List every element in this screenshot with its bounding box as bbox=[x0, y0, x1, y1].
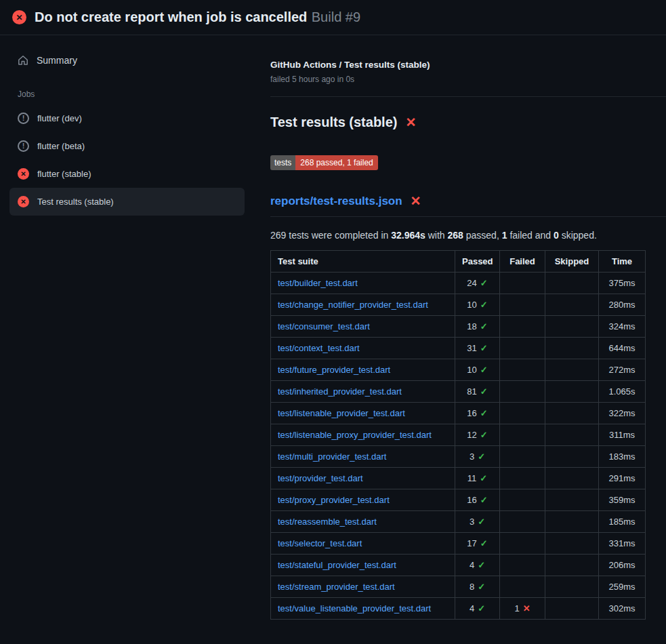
passed-count: 11 bbox=[467, 473, 477, 483]
failed-cell bbox=[500, 510, 545, 532]
failed-icon: ✕ bbox=[18, 196, 29, 207]
failed-cell bbox=[500, 402, 545, 424]
passed-count: 24 bbox=[467, 278, 476, 288]
check-icon: ✓ bbox=[480, 408, 488, 418]
test-suite-cell: test/future_provider_test.dart bbox=[271, 359, 455, 380]
test-suite-cell: test/proxy_provider_test.dart bbox=[271, 489, 455, 510]
sidebar-job-test-results-stable[interactable]: ✕Test results (stable) bbox=[9, 188, 245, 216]
sidebar-item-summary[interactable]: Summary bbox=[9, 49, 245, 72]
report-file-link[interactable]: reports/test-results.json bbox=[270, 195, 402, 208]
skipped-cell bbox=[545, 554, 599, 576]
passed-count: 3 bbox=[470, 451, 474, 462]
table-row: test/multi_provider_test.dart3✓183ms bbox=[271, 445, 646, 467]
passed-cell: 17✓ bbox=[455, 532, 500, 554]
test-suite-link[interactable]: test/value_listenable_provider_test.dart bbox=[278, 603, 431, 613]
test-suite-link[interactable]: test/proxy_provider_test.dart bbox=[278, 495, 390, 505]
section-title-text: Test results (stable) bbox=[270, 115, 397, 130]
passed-cell: 10✓ bbox=[455, 294, 500, 315]
column-header-passed: Passed bbox=[455, 250, 500, 272]
warning-icon: ! bbox=[18, 113, 29, 124]
divider bbox=[270, 96, 666, 97]
test-suite-cell: test/multi_provider_test.dart bbox=[271, 445, 455, 467]
test-suite-cell: test/listenable_proxy_provider_test.dart bbox=[271, 424, 455, 445]
failed-icon: ✕ bbox=[18, 168, 29, 180]
time-cell: 1.065s bbox=[599, 380, 646, 402]
check-icon: ✓ bbox=[480, 300, 488, 310]
summary-text-part: with bbox=[425, 230, 448, 241]
test-suite-cell: test/context_test.dart bbox=[271, 337, 455, 359]
test-suite-link[interactable]: test/stream_provider_test.dart bbox=[278, 582, 395, 592]
check-icon: ✓ bbox=[478, 560, 485, 570]
skipped-cell bbox=[545, 532, 599, 554]
time-cell: 291ms bbox=[599, 467, 646, 489]
table-row: test/inherited_provider_test.dart81✓1.06… bbox=[271, 380, 646, 402]
failed-cell bbox=[500, 337, 545, 359]
time-cell: 644ms bbox=[599, 337, 646, 359]
skipped-cell bbox=[545, 445, 599, 467]
table-row: test/reassemble_test.dart3✓185ms bbox=[271, 510, 646, 532]
test-suite-link[interactable]: test/reassemble_test.dart bbox=[278, 517, 377, 527]
failed-cell bbox=[500, 554, 545, 576]
failed-x-icon: ✕ bbox=[405, 116, 416, 129]
failed-cell bbox=[500, 359, 545, 380]
check-icon: ✓ bbox=[480, 495, 488, 505]
summary-text-part: skipped. bbox=[559, 230, 597, 241]
test-suite-link[interactable]: test/inherited_provider_test.dart bbox=[278, 386, 402, 397]
skipped-cell bbox=[545, 380, 599, 402]
test-suite-link[interactable]: test/multi_provider_test.dart bbox=[278, 451, 386, 462]
job-label: flutter (stable) bbox=[37, 169, 91, 179]
passed-count: 17 bbox=[467, 538, 476, 548]
job-list: !flutter (dev)!flutter (beta)✕flutter (s… bbox=[9, 104, 245, 216]
sidebar-job-flutter-dev[interactable]: !flutter (dev) bbox=[9, 104, 245, 132]
test-summary: 269 tests were completed in 32.964s with… bbox=[270, 230, 645, 241]
time-cell: 259ms bbox=[599, 576, 646, 597]
table-row: test/listenable_proxy_provider_test.dart… bbox=[271, 424, 646, 445]
table-body: test/builder_test.dart24✓375mstest/chang… bbox=[271, 272, 646, 619]
test-suite-cell: test/value_listenable_provider_test.dart bbox=[271, 597, 455, 619]
column-header-failed: Failed bbox=[500, 250, 545, 272]
sidebar-job-flutter-beta[interactable]: !flutter (beta) bbox=[9, 132, 245, 160]
badge-label: tests bbox=[270, 155, 295, 170]
x-icon: ✕ bbox=[523, 603, 530, 613]
skipped-cell bbox=[545, 294, 599, 315]
results-table: Test suitePassedFailedSkippedTime test/b… bbox=[270, 250, 646, 620]
test-suite-link[interactable]: test/future_provider_test.dart bbox=[278, 365, 390, 375]
home-icon bbox=[18, 55, 28, 66]
main-content: GitHub Actions / Test results (stable) f… bbox=[254, 35, 666, 620]
failed-cell bbox=[500, 380, 545, 402]
check-icon: ✓ bbox=[480, 343, 488, 353]
failed-cell bbox=[500, 294, 545, 315]
sidebar-job-flutter-stable[interactable]: ✕flutter (stable) bbox=[9, 160, 245, 188]
passed-count: 81 bbox=[467, 386, 476, 397]
test-suite-link[interactable]: test/provider_test.dart bbox=[278, 473, 363, 483]
check-icon: ✓ bbox=[480, 430, 488, 440]
table-row: test/context_test.dart31✓644ms bbox=[271, 337, 646, 359]
test-suite-link[interactable]: test/listenable_provider_test.dart bbox=[278, 408, 405, 418]
skipped-cell bbox=[545, 359, 599, 380]
badge-value: 268 passed, 1 failed bbox=[295, 155, 377, 170]
test-suite-link[interactable]: test/listenable_proxy_provider_test.dart bbox=[278, 430, 432, 440]
failed-cell bbox=[500, 489, 545, 510]
section-title: Test results (stable) ✕ bbox=[270, 115, 666, 130]
test-suite-link[interactable]: test/selector_test.dart bbox=[278, 538, 362, 548]
test-suite-link[interactable]: test/context_test.dart bbox=[278, 343, 360, 353]
failed-cell bbox=[500, 445, 545, 467]
test-suite-cell: test/inherited_provider_test.dart bbox=[271, 380, 455, 402]
check-icon: ✓ bbox=[480, 278, 488, 288]
job-label: flutter (beta) bbox=[37, 141, 85, 151]
failed-count: 1 bbox=[514, 603, 519, 613]
test-suite-link[interactable]: test/stateful_provider_test.dart bbox=[278, 560, 396, 570]
time-cell: 302ms bbox=[599, 597, 646, 619]
passed-count: 4 bbox=[470, 560, 474, 570]
time-cell: 311ms bbox=[599, 424, 646, 445]
test-suite-link[interactable]: test/builder_test.dart bbox=[278, 278, 358, 288]
test-suite-link[interactable]: test/change_notifier_provider_test.dart bbox=[278, 300, 428, 310]
skipped-cell bbox=[545, 424, 599, 445]
check-icon: ✓ bbox=[478, 451, 485, 462]
time-cell: 272ms bbox=[599, 359, 646, 380]
check-icon: ✓ bbox=[480, 473, 487, 483]
test-suite-link[interactable]: test/consumer_test.dart bbox=[278, 321, 370, 331]
check-icon: ✓ bbox=[480, 386, 488, 397]
passed-count: 10 bbox=[467, 300, 476, 310]
test-suite-cell: test/reassemble_test.dart bbox=[271, 510, 455, 532]
